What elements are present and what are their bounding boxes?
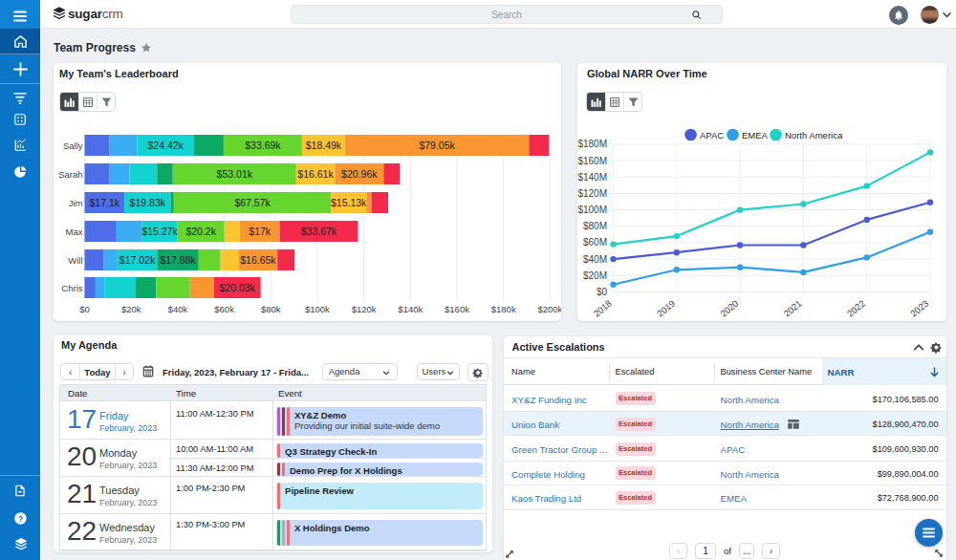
svg-text:$140k: $140k bbox=[398, 304, 423, 314]
svg-text:$120k: $120k bbox=[352, 304, 377, 314]
svg-text:$19.83k: $19.83k bbox=[130, 197, 166, 208]
svg-text:Sarah: Sarah bbox=[58, 169, 82, 180]
svg-text:$33.69k: $33.69k bbox=[245, 140, 281, 151]
svg-text:$53.01k: $53.01k bbox=[217, 168, 253, 180]
svg-text:$0: $0 bbox=[597, 287, 608, 297]
svg-text:Max: Max bbox=[66, 226, 83, 237]
svg-text:$100k: $100k bbox=[305, 304, 330, 314]
svg-text:$200k: $200k bbox=[537, 304, 561, 314]
svg-text:$160M: $160M bbox=[577, 156, 607, 166]
svg-text:$15.27k: $15.27k bbox=[141, 226, 178, 237]
svg-text:$16.65k: $16.65k bbox=[240, 254, 276, 266]
svg-text:Sally: Sally bbox=[63, 140, 83, 151]
svg-text:$17k: $17k bbox=[249, 226, 272, 237]
svg-text:Chris: Chris bbox=[61, 283, 82, 293]
svg-text:$100M: $100M bbox=[577, 205, 607, 215]
svg-text:$20M: $20M bbox=[583, 270, 607, 281]
svg-text:$40M: $40M bbox=[583, 254, 607, 265]
svg-text:$60k: $60k bbox=[214, 304, 234, 314]
svg-text:$0: $0 bbox=[79, 304, 90, 314]
svg-text:$18.49k: $18.49k bbox=[306, 140, 342, 151]
svg-text:$17.88k: $17.88k bbox=[160, 254, 196, 266]
svg-text:Will: Will bbox=[68, 255, 82, 266]
svg-text:2018: 2018 bbox=[592, 298, 614, 319]
svg-text:$79.05k: $79.05k bbox=[419, 140, 455, 151]
svg-text:$180M: $180M bbox=[577, 139, 607, 149]
svg-text:$140M: $140M bbox=[577, 172, 607, 183]
svg-text:$40k: $40k bbox=[168, 304, 188, 314]
svg-text:EMEA: EMEA bbox=[742, 130, 769, 140]
svg-text:$60M: $60M bbox=[583, 237, 607, 248]
svg-text:2023: 2023 bbox=[908, 298, 930, 319]
svg-text:$67.57k: $67.57k bbox=[234, 197, 271, 208]
svg-text:Jim: Jim bbox=[69, 198, 83, 208]
svg-text:$17.02k: $17.02k bbox=[120, 254, 156, 266]
svg-text:$160k: $160k bbox=[445, 304, 469, 314]
svg-text:North America: North America bbox=[785, 130, 843, 140]
svg-text:$17.1k: $17.1k bbox=[90, 197, 120, 208]
svg-text:2022: 2022 bbox=[845, 298, 867, 319]
svg-text:$80M: $80M bbox=[583, 221, 607, 231]
svg-text:APAC: APAC bbox=[700, 130, 724, 140]
svg-text:$80k: $80k bbox=[261, 304, 281, 314]
svg-text:$16.61k: $16.61k bbox=[297, 168, 334, 180]
svg-text:$20k: $20k bbox=[121, 304, 141, 314]
svg-text:$20.96k: $20.96k bbox=[341, 168, 378, 180]
svg-text:$20.03k: $20.03k bbox=[220, 282, 256, 293]
svg-text:2020: 2020 bbox=[718, 298, 740, 319]
svg-text:?: ? bbox=[18, 514, 23, 524]
svg-text:$33.67k: $33.67k bbox=[301, 226, 337, 237]
svg-text:$20.2k: $20.2k bbox=[185, 226, 216, 237]
svg-text:$15.13k: $15.13k bbox=[331, 197, 367, 208]
svg-text:$120M: $120M bbox=[577, 188, 607, 199]
svg-text:2021: 2021 bbox=[781, 298, 803, 319]
svg-text:$24.42k: $24.42k bbox=[148, 140, 185, 151]
svg-text:$180k: $180k bbox=[491, 304, 516, 314]
svg-text:2019: 2019 bbox=[655, 298, 677, 319]
